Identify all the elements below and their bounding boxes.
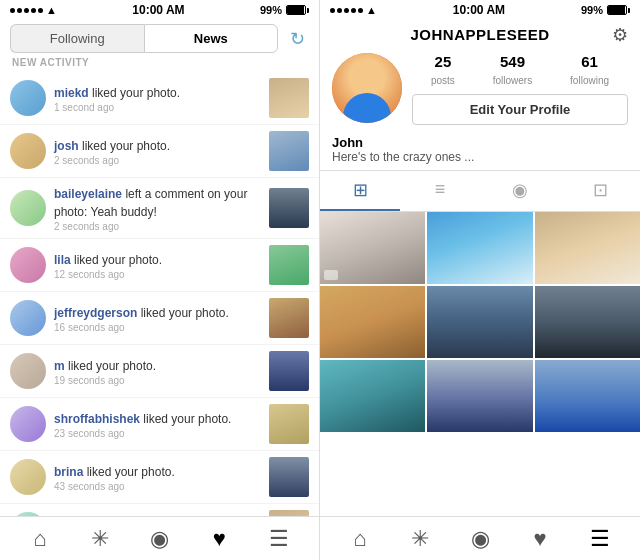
nav-icon-right-explore[interactable]: ✳ — [390, 526, 450, 552]
gear-icon[interactable]: ⚙ — [612, 24, 628, 46]
activity-action: liked your photo. — [83, 465, 174, 479]
battery-percent-left: 99% — [260, 4, 282, 16]
activity-avatar — [10, 133, 46, 169]
nav-icon-right-profile[interactable]: ☰ — [570, 526, 630, 552]
nav-icon-explore[interactable]: ✳ — [70, 526, 130, 552]
nav-icon-camera[interactable]: ◉ — [130, 526, 190, 552]
activity-item: jeffreydgerson liked your photo. 16 seco… — [0, 292, 319, 345]
avatar-circle — [332, 53, 402, 123]
activity-item: lila liked your photo. 12 seconds ago — [0, 239, 319, 292]
photo-grid — [320, 212, 640, 516]
photo-cell[interactable] — [320, 212, 425, 284]
activity-avatar — [10, 459, 46, 495]
profile-avatar — [332, 53, 402, 123]
stat-value-posts: 25 — [431, 53, 455, 70]
refresh-button[interactable]: ↻ — [286, 28, 309, 50]
edit-profile-button[interactable]: Edit Your Profile — [412, 94, 628, 125]
stats-numbers: 25posts549followers61following — [412, 53, 628, 88]
view-tabs: ⊞≡◉⊡ — [320, 170, 640, 212]
profile-username: JOHNAPPLESEED — [332, 26, 628, 43]
view-tab-list[interactable]: ≡ — [400, 171, 480, 211]
stat-following: 61following — [570, 53, 609, 88]
left-panel: ▲ 10:00 AM 99% Following News ↻ NEW ACTI… — [0, 0, 320, 560]
nav-icon-heart[interactable]: ♥ — [189, 526, 249, 552]
activity-action: liked your photo. — [137, 306, 228, 320]
photo-cell[interactable] — [535, 212, 640, 284]
nav-icon-right-camera[interactable]: ◉ — [450, 526, 510, 552]
activity-text: shroffabhishek liked your photo. 23 seco… — [54, 409, 261, 439]
nav-icon-home[interactable]: ⌂ — [10, 526, 70, 552]
activity-time: 16 seconds ago — [54, 322, 261, 333]
stat-label-following: following — [570, 75, 609, 86]
signal-area: ▲ — [10, 4, 57, 16]
activity-time: 23 seconds ago — [54, 428, 261, 439]
bio-name: John — [332, 135, 628, 150]
stats-row: 25posts549followers61following Edit Your… — [412, 53, 628, 125]
photo-cell[interactable] — [320, 286, 425, 358]
activity-username[interactable]: lila — [54, 253, 71, 267]
status-bar-right: ▲ 10:00 AM 99% — [320, 0, 640, 20]
tab-group: Following News — [10, 24, 278, 53]
activity-username[interactable]: jeffreydgerson — [54, 306, 137, 320]
camera-decor — [324, 270, 338, 280]
photo-cell[interactable] — [427, 212, 532, 284]
photo-cell[interactable] — [320, 360, 425, 432]
activity-avatar — [10, 406, 46, 442]
stat-posts: 25posts — [431, 53, 455, 88]
activity-item: miekd liked your photo. 1 second ago — [0, 72, 319, 125]
activity-item: brina liked your photo. 43 seconds ago — [0, 451, 319, 504]
profile-bio: John Here's to the crazy ones ... — [320, 133, 640, 170]
nav-icon-right-heart[interactable]: ♥ — [510, 526, 570, 552]
status-bar-left: ▲ 10:00 AM 99% — [0, 0, 319, 20]
activity-time: 1 second ago — [54, 102, 261, 113]
profile-header: JOHNAPPLESEED ⚙ — [320, 20, 640, 45]
photo-cell[interactable] — [535, 286, 640, 358]
time-left: 10:00 AM — [132, 3, 184, 17]
activity-thumb — [269, 188, 309, 228]
activity-time: 2 seconds ago — [54, 155, 261, 166]
nav-icon-profile[interactable]: ☰ — [249, 526, 309, 552]
battery-percent-right: 99% — [581, 4, 603, 16]
activity-username[interactable]: baileyelaine — [54, 187, 122, 201]
activity-list: miekd liked your photo. 1 second ago jos… — [0, 72, 319, 516]
photo-cell[interactable] — [427, 286, 532, 358]
tab-news[interactable]: News — [144, 24, 279, 53]
photo-cell[interactable] — [427, 360, 532, 432]
view-tab-person[interactable]: ⊡ — [560, 171, 640, 211]
activity-thumb — [269, 457, 309, 497]
activity-thumb — [269, 351, 309, 391]
activity-text: m liked your photo. 19 seconds ago — [54, 356, 261, 386]
section-label: NEW ACTIVITY — [0, 53, 319, 72]
activity-username[interactable]: josh — [54, 139, 79, 153]
activity-username[interactable]: miekd — [54, 86, 89, 100]
profile-info-row: 25posts549followers61following Edit Your… — [320, 45, 640, 133]
activity-time: 19 seconds ago — [54, 375, 261, 386]
activity-avatar — [10, 353, 46, 389]
activity-username[interactable]: shroffabhishek — [54, 412, 140, 426]
activity-thumb — [269, 298, 309, 338]
activity-text: baileyelaine left a comment on your phot… — [54, 184, 261, 232]
bottom-nav-right: ⌂✳◉♥☰ — [320, 516, 640, 560]
avatar-person — [332, 53, 402, 123]
photo-cell[interactable] — [535, 360, 640, 432]
battery-area-right: 99% — [581, 4, 630, 16]
activity-text: lila liked your photo. 12 seconds ago — [54, 250, 261, 280]
tab-following[interactable]: Following — [10, 24, 144, 53]
activity-item: iansilber liked your photo. 1 minute ago — [0, 504, 319, 516]
activity-action: liked your photo. — [89, 86, 180, 100]
signal-icon-right — [330, 8, 363, 13]
stat-followers: 549followers — [493, 53, 532, 88]
wifi-icon: ▲ — [46, 4, 57, 16]
activity-time: 12 seconds ago — [54, 269, 261, 280]
wifi-icon-right: ▲ — [366, 4, 377, 16]
activity-text: brina liked your photo. 43 seconds ago — [54, 462, 261, 492]
battery-icon-right — [607, 5, 630, 15]
activity-username[interactable]: brina — [54, 465, 83, 479]
nav-icon-right-home[interactable]: ⌂ — [330, 526, 390, 552]
view-tab-grid[interactable]: ⊞ — [320, 171, 400, 211]
view-tab-location[interactable]: ◉ — [480, 171, 560, 211]
activity-thumb — [269, 245, 309, 285]
activity-item: m liked your photo. 19 seconds ago — [0, 345, 319, 398]
avatar-body — [343, 93, 391, 123]
activity-username[interactable]: m — [54, 359, 65, 373]
